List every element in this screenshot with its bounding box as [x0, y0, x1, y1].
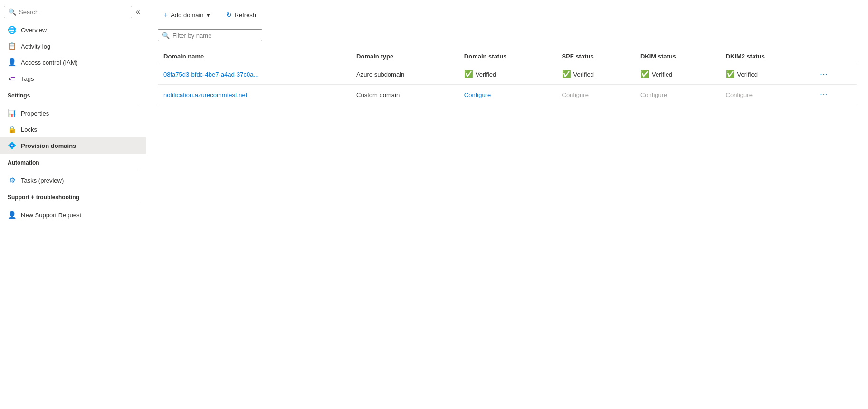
col-domain-status: Domain status — [458, 49, 556, 64]
sidebar-item-properties[interactable]: 📊 Properties — [0, 105, 146, 121]
cell-dkim-status: ✅Verified — [635, 64, 720, 85]
configure-gray: Configure — [726, 91, 753, 98]
domain-name-link[interactable]: 08fa75d3-bfdc-4be7-a4ad-37c0a... — [163, 71, 258, 78]
sidebar-item-label: Provision domains — [21, 142, 76, 149]
settings-divider — [8, 103, 138, 103]
search-box: 🔍 — [4, 6, 132, 18]
sidebar-item-new-support[interactable]: 👤 New Support Request — [0, 207, 146, 223]
sidebar: 🔍 « 🌐 Overview 📋 Activity log 👤 Access c… — [0, 0, 146, 409]
cell-more-actions: ··· — [811, 85, 857, 105]
check-icon: ✅ — [562, 70, 571, 78]
cell-spf-status: Configure — [556, 85, 635, 105]
configure-link[interactable]: Configure — [464, 91, 491, 98]
status-verified: ✅Verified — [640, 70, 715, 78]
table-header-row: Domain name Domain type Domain status SP… — [158, 49, 857, 64]
sidebar-item-label: Activity log — [21, 43, 50, 50]
collapse-icon: « — [136, 8, 140, 16]
iam-icon: 👤 — [8, 58, 16, 67]
sidebar-item-activity-log[interactable]: 📋 Activity log — [0, 38, 146, 54]
sidebar-item-label: Access control (IAM) — [21, 59, 78, 66]
domain-table: Domain name Domain type Domain status SP… — [158, 49, 857, 105]
col-domain-name: Domain name — [158, 49, 351, 64]
sidebar-item-label: Locks — [21, 126, 37, 133]
support-icon: 👤 — [8, 211, 16, 219]
filter-input-wrap: 🔍 — [158, 29, 262, 41]
search-input[interactable] — [19, 9, 128, 16]
lock-icon: 🔒 — [8, 125, 16, 134]
status-verified: ✅Verified — [562, 70, 629, 78]
sidebar-item-tasks[interactable]: ⚙ Tasks (preview) — [0, 172, 146, 188]
activity-icon: 📋 — [8, 42, 16, 50]
table-row: notification.azurecommtest.netCustom dom… — [158, 85, 857, 105]
col-spf-status: SPF status — [556, 49, 635, 64]
configure-gray: Configure — [640, 91, 667, 98]
collapse-button[interactable]: « — [134, 6, 142, 18]
support-divider — [8, 204, 138, 205]
tasks-icon: ⚙ — [8, 176, 16, 185]
refresh-icon: ↻ — [226, 11, 232, 19]
tag-icon: 🏷 — [8, 74, 16, 83]
status-verified: ✅Verified — [726, 70, 806, 78]
configure-gray: Configure — [562, 91, 589, 98]
cell-dkim2-status: ✅Verified — [720, 64, 812, 85]
search-icon: 🔍 — [8, 8, 16, 16]
filter-search-icon: 🔍 — [162, 32, 170, 39]
table-row: 08fa75d3-bfdc-4be7-a4ad-37c0a...Azure su… — [158, 64, 857, 85]
add-domain-label: Add domain — [171, 11, 203, 19]
domain-name-link[interactable]: notification.azurecommtest.net — [163, 91, 247, 98]
col-dkim-status: DKIM status — [635, 49, 720, 64]
sidebar-item-access-control[interactable]: 👤 Access control (IAM) — [0, 54, 146, 70]
dropdown-icon: ▾ — [207, 11, 210, 19]
cell-spf-status: ✅Verified — [556, 64, 635, 85]
sidebar-item-tags[interactable]: 🏷 Tags — [0, 70, 146, 87]
sidebar-item-overview[interactable]: 🌐 Overview — [0, 22, 146, 38]
automation-divider — [8, 170, 138, 170]
more-actions-button[interactable]: ··· — [817, 89, 830, 100]
add-icon: + — [164, 11, 168, 19]
globe-icon: 🌐 — [8, 26, 16, 34]
refresh-label: Refresh — [235, 11, 257, 19]
filter-input[interactable] — [172, 32, 258, 39]
automation-section-label: Automation — [0, 154, 146, 168]
sidebar-item-label: Properties — [21, 110, 49, 117]
cell-domain-name: notification.azurecommtest.net — [158, 85, 351, 105]
toolbar: + Add domain ▾ ↻ Refresh — [158, 8, 857, 22]
check-icon: ✅ — [726, 70, 735, 78]
add-domain-button[interactable]: + Add domain ▾ — [158, 8, 216, 22]
sidebar-search-row: 🔍 « — [0, 4, 146, 22]
filter-row: 🔍 — [158, 29, 857, 41]
cell-domain-status: ✅Verified — [458, 64, 556, 85]
check-icon: ✅ — [464, 70, 473, 78]
main-content: + Add domain ▾ ↻ Refresh 🔍 Domain name D… — [146, 0, 868, 409]
cell-dkim2-status: Configure — [720, 85, 812, 105]
sidebar-item-provision-domains[interactable]: 💠 Provision domains — [0, 137, 146, 154]
provision-icon: 💠 — [8, 141, 16, 150]
sidebar-item-label: New Support Request — [21, 212, 81, 219]
cell-more-actions: ··· — [811, 64, 857, 85]
sidebar-item-label: Tasks (preview) — [21, 177, 64, 184]
sidebar-item-locks[interactable]: 🔒 Locks — [0, 121, 146, 137]
cell-domain-type: Custom domain — [351, 85, 458, 105]
cell-domain-status: Configure — [458, 85, 556, 105]
cell-domain-name: 08fa75d3-bfdc-4be7-a4ad-37c0a... — [158, 64, 351, 85]
properties-icon: 📊 — [8, 109, 16, 117]
sidebar-item-label: Tags — [21, 75, 34, 82]
support-section-label: Support + troubleshooting — [0, 188, 146, 203]
sidebar-item-label: Overview — [21, 27, 47, 34]
col-actions — [811, 49, 857, 64]
cell-domain-type: Azure subdomain — [351, 64, 458, 85]
cell-dkim-status: Configure — [635, 85, 720, 105]
col-domain-type: Domain type — [351, 49, 458, 64]
status-verified: ✅Verified — [464, 70, 551, 78]
settings-section-label: Settings — [0, 87, 146, 101]
col-dkim2-status: DKIM2 status — [720, 49, 812, 64]
more-actions-button[interactable]: ··· — [817, 69, 830, 79]
check-icon: ✅ — [640, 70, 649, 78]
refresh-button[interactable]: ↻ Refresh — [220, 8, 263, 22]
